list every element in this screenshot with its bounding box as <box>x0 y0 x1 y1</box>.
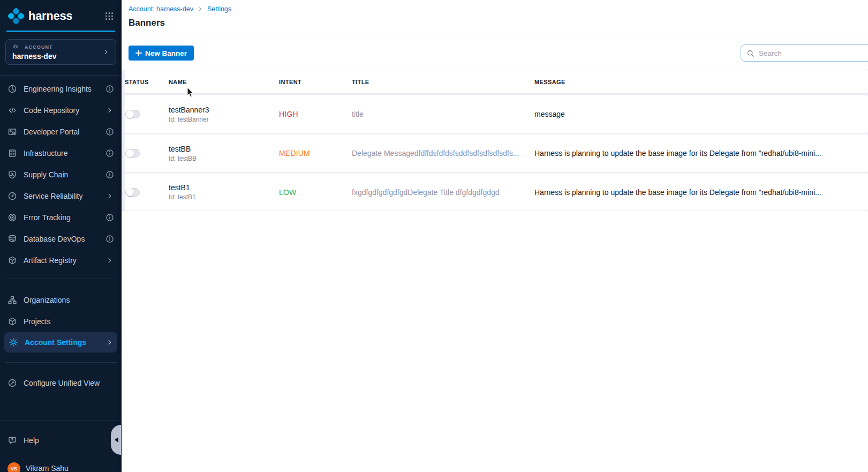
banner-message: Harness is planning to update the base i… <box>534 149 868 158</box>
table-row[interactable]: testBB Id: testBB MEDIUM Delegate Messag… <box>125 134 868 172</box>
banner-title: fxgdfgdfgdfgdfgdDelegate Title dfgfdgdfg… <box>352 188 534 197</box>
chevron-right-icon <box>105 192 114 200</box>
supply-chain-icon <box>7 170 17 179</box>
banner-id: Id: testBB <box>169 155 279 162</box>
sidebar-item-account-settings[interactable]: Account Settings <box>4 332 117 353</box>
intent-badge: MEDIUM <box>279 149 352 158</box>
account-name: harness-dev <box>12 52 102 61</box>
info-icon[interactable] <box>105 170 114 179</box>
app-grid-icon[interactable] <box>104 11 114 21</box>
service-reliability-icon <box>7 191 17 201</box>
table-row[interactable]: testBanner3 Id: testBanner HIGH title me… <box>125 95 868 133</box>
banner-name: testBB <box>169 145 279 153</box>
main-content: Account: harness-dev Settings Banners Ne… <box>122 0 868 472</box>
status-toggle[interactable] <box>125 149 140 158</box>
projects-icon <box>7 317 17 326</box>
account-scope-label: ACCOUNT <box>25 44 53 50</box>
banner-title: Delegate Messagedfdffdsfdfdsfsddfsdfsdfs… <box>352 149 534 158</box>
brand-name: harness <box>28 9 72 23</box>
breadcrumb-settings-link[interactable]: Settings <box>207 5 231 13</box>
sidebar-collapse-handle[interactable] <box>111 425 121 455</box>
chevron-right-icon <box>105 106 114 115</box>
banner-name: testB1 <box>169 183 279 192</box>
breadcrumb-separator-icon <box>197 6 203 12</box>
avatar: VS <box>7 462 20 472</box>
banner-title: title <box>352 110 534 118</box>
developer-portal-icon <box>7 127 17 137</box>
search-box <box>741 44 868 62</box>
plus-icon <box>135 50 142 56</box>
toggle-knob <box>126 188 134 196</box>
error-tracking-icon <box>7 213 17 222</box>
sidebar-item-engineering-insights[interactable]: Engineering Insights <box>0 78 122 100</box>
chevron-right-icon <box>102 48 110 56</box>
page-title: Banners <box>129 18 868 28</box>
sidebar-item-code-repository[interactable]: Code Repository <box>0 100 122 121</box>
info-icon[interactable] <box>105 85 114 93</box>
user-menu[interactable]: VS Vikram Sahu <box>0 457 122 472</box>
breadcrumb: Account: harness-dev Settings <box>129 5 868 13</box>
search-input[interactable] <box>759 49 861 57</box>
help-chat-icon <box>7 436 17 445</box>
account-scope-selector[interactable]: ACCOUNT harness-dev <box>5 39 116 65</box>
sidebar-item-supply-chain[interactable]: Supply Chain <box>0 164 122 185</box>
brand-underline <box>6 31 115 32</box>
sidebar-item-service-reliability[interactable]: Service Reliability <box>0 185 122 207</box>
wrench-icon <box>7 378 17 388</box>
banners-table: STATUS NAME INTENT TITLE MESSAGE testBan… <box>122 70 868 211</box>
sidebar: harness ACCOUNT <box>0 0 122 472</box>
column-header-message: MESSAGE <box>534 79 868 85</box>
sidebar-item-infrastructure[interactable]: Infrastructure <box>0 143 122 164</box>
toolbar: New Banner <box>122 35 868 70</box>
collapse-arrow-icon <box>115 437 118 443</box>
chevron-right-icon <box>105 338 114 347</box>
sidebar-header: harness <box>0 0 122 28</box>
sidebar-item-help[interactable]: Help <box>0 430 122 451</box>
search-icon <box>746 49 754 57</box>
toggle-knob <box>126 149 134 158</box>
banner-id: Id: testB1 <box>169 193 279 201</box>
harness-logo-icon[interactable] <box>7 8 25 25</box>
toggle-knob <box>126 110 134 118</box>
sidebar-divider <box>0 421 122 421</box>
sidebar-item-configure-unified-view[interactable]: Configure Unified View <box>0 372 122 394</box>
intent-badge: HIGH <box>279 110 352 118</box>
app-window: harness ACCOUNT <box>0 0 868 472</box>
infrastructure-icon <box>7 148 17 158</box>
column-header-title: TITLE <box>352 79 534 85</box>
account-nav: Organizations Projects Account Settings <box>0 287 122 353</box>
table-header-row: STATUS NAME INTENT TITLE MESSAGE <box>125 70 868 94</box>
banner-message: message <box>534 110 868 118</box>
status-toggle[interactable] <box>125 188 140 197</box>
sidebar-item-error-tracking[interactable]: Error Tracking <box>0 207 122 228</box>
sidebar-item-organizations[interactable]: Organizations <box>0 289 122 311</box>
info-icon[interactable] <box>105 149 114 158</box>
page-header: Account: harness-dev Settings Banners <box>122 0 868 35</box>
code-repository-icon <box>7 106 17 115</box>
intent-badge: LOW <box>279 188 352 197</box>
info-icon[interactable] <box>105 235 114 243</box>
sidebar-item-developer-portal[interactable]: Developer Portal <box>0 121 122 143</box>
table-row[interactable]: testB1 Id: testB1 LOW fxgdfgdfgdfgdfgdDe… <box>125 174 868 211</box>
info-icon[interactable] <box>105 128 114 136</box>
column-header-name: NAME <box>169 79 279 85</box>
breadcrumb-account-link[interactable]: Account: harness-dev <box>129 5 193 13</box>
new-banner-button[interactable]: New Banner <box>129 46 194 61</box>
engineering-insights-icon <box>7 84 17 94</box>
gear-icon <box>9 338 18 347</box>
user-name: Vikram Sahu <box>26 464 69 472</box>
layers-icon <box>12 44 22 50</box>
banner-id: Id: testBanner <box>169 116 279 123</box>
organizations-icon <box>7 295 17 305</box>
database-devops-icon <box>7 234 17 244</box>
info-icon[interactable] <box>105 213 114 222</box>
status-toggle[interactable] <box>125 110 140 118</box>
sidebar-item-database-devops[interactable]: Database DevOps <box>0 228 122 250</box>
banner-name: testBanner3 <box>169 106 279 114</box>
sidebar-item-artifact-registry[interactable]: Artifact Registry <box>0 250 122 271</box>
banner-message: Harness is planning to update the base i… <box>534 188 868 197</box>
artifact-registry-icon <box>7 256 17 265</box>
column-header-status: STATUS <box>125 79 169 85</box>
column-header-intent: INTENT <box>279 79 352 85</box>
sidebar-item-projects[interactable]: Projects <box>0 311 122 332</box>
